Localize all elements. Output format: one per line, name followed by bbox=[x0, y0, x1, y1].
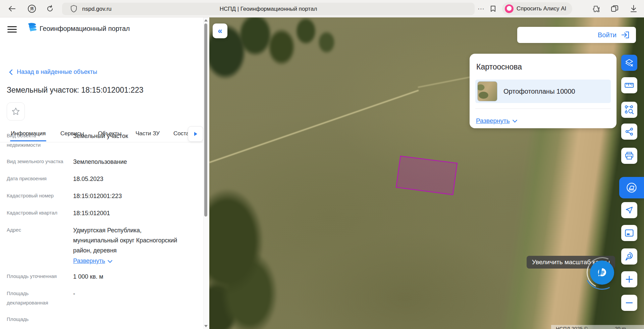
expand-label: Развернуть bbox=[476, 117, 510, 125]
expand-label: Развернуть bbox=[73, 257, 105, 265]
download-icon[interactable] bbox=[628, 3, 639, 14]
more-dots-icon[interactable]: ⋯ bbox=[476, 3, 487, 14]
ruler-icon bbox=[625, 82, 634, 88]
address-bar[interactable]: nspd.gov.ru НСПД | Геоинформационный пор… bbox=[62, 3, 475, 15]
field-value: 1 000 кв. м bbox=[73, 272, 180, 282]
field-row: Площадь уточненная 1 000 кв. м bbox=[7, 272, 195, 282]
favorite-star-button[interactable] bbox=[7, 102, 25, 121]
ask-alice-button[interactable]: Спросить Алису AI bbox=[502, 2, 572, 15]
field-label: Вид земельного участка bbox=[7, 157, 66, 167]
assistant-chat-fab[interactable] bbox=[590, 261, 614, 285]
zoom-out-button[interactable] bbox=[621, 295, 637, 311]
field-row: Дата присвоения 18.05.2023 bbox=[7, 174, 195, 184]
field-label: Площадь декларированная bbox=[7, 289, 66, 308]
field-value bbox=[73, 315, 180, 324]
basemap-title: Картооснова bbox=[476, 62, 522, 72]
field-label: Вид объекта недвижимости bbox=[7, 131, 66, 150]
zoom-in-button[interactable] bbox=[621, 271, 637, 287]
toolbar-share-button[interactable] bbox=[621, 124, 637, 140]
object-title: Земельный участок: 18:15:012001:223 bbox=[7, 86, 144, 95]
back-to-results-link[interactable]: Назад в найденные объекты bbox=[9, 68, 97, 76]
login-label: Войти bbox=[598, 31, 616, 39]
map-search-icon bbox=[625, 252, 634, 261]
scrollbar-thumb[interactable] bbox=[204, 23, 207, 217]
field-row-clipped: Площадь bbox=[7, 315, 195, 324]
browser-chrome: Я nspd.gov.ru НСПД | Геоинформационный п… bbox=[0, 0, 644, 17]
field-label: Площадь уточненная bbox=[7, 272, 66, 282]
field-value: Земельный участок bbox=[73, 131, 180, 150]
alice-label: Спросить Алису AI bbox=[517, 5, 566, 12]
yandex-browser-icon[interactable]: Я bbox=[26, 3, 38, 14]
plus-icon bbox=[626, 276, 633, 283]
toolbar-measure-button[interactable] bbox=[621, 77, 637, 93]
field-row-address: Адрес Удмуртская Республика, муниципальн… bbox=[7, 225, 195, 265]
chevron-left-icon bbox=[9, 69, 13, 75]
scale-bar: 20 m bbox=[615, 326, 626, 329]
share-icon bbox=[625, 128, 633, 136]
object-attributes: Вид объекта недвижимости Земельный участ… bbox=[7, 131, 195, 329]
field-label: Дата присвоения bbox=[7, 174, 66, 184]
field-row: Вид объекта недвижимости Земельный участ… bbox=[7, 131, 195, 150]
star-icon bbox=[11, 107, 20, 116]
field-row: Площадь декларированная - bbox=[7, 289, 195, 308]
browser-back-icon[interactable] bbox=[6, 3, 17, 14]
field-label: Адрес bbox=[7, 225, 66, 265]
map-canvas[interactable]: « Войти Картооснова Ортофотопланы 10000 … bbox=[209, 17, 644, 329]
sidebar-scrollbar[interactable] bbox=[203, 17, 208, 329]
field-value: 18:15:012001:223 bbox=[73, 191, 180, 201]
field-row: Кадастровый квартал 18:15:012001 bbox=[7, 208, 195, 218]
map-attribution: НСПД 2025 © 20 m bbox=[551, 325, 644, 329]
chat-bubble-icon bbox=[596, 266, 608, 279]
login-icon bbox=[621, 31, 630, 39]
scale-label: 20 m bbox=[615, 326, 626, 329]
refresh-icon[interactable] bbox=[44, 3, 56, 14]
scroll-down-icon[interactable] bbox=[204, 325, 208, 327]
page-tab-title: НСПД | Геоинформационный портал bbox=[62, 3, 475, 15]
login-bar[interactable]: Войти bbox=[517, 27, 636, 43]
field-value: 18:15:012001 bbox=[73, 208, 180, 218]
print-icon bbox=[625, 152, 634, 160]
basemap-layer-row[interactable]: Ортофотопланы 10000 bbox=[475, 80, 611, 103]
window-panel-icon bbox=[625, 229, 634, 237]
object-search-icon bbox=[625, 105, 634, 114]
field-label: Кадастровый номер bbox=[7, 191, 66, 201]
field-label: Площадь bbox=[7, 315, 66, 324]
layers-off-icon bbox=[625, 58, 634, 67]
alice-icon bbox=[505, 4, 514, 13]
yandex-logo-icon: Я bbox=[28, 5, 36, 13]
attribution-text: НСПД 2025 © bbox=[556, 326, 588, 329]
portal-title: Геоинформационный портал bbox=[40, 25, 130, 33]
field-row: Кадастровый номер 18:15:012001:223 bbox=[7, 191, 195, 201]
field-label: Кадастровый квартал bbox=[7, 208, 66, 218]
collapse-glyph: « bbox=[218, 26, 222, 36]
field-value: Удмуртская Республика, муниципальный окр… bbox=[73, 225, 180, 255]
toolbar-map-search-button[interactable] bbox=[621, 248, 637, 265]
back-link-label: Назад в найденные объекты bbox=[17, 68, 97, 76]
toolbar-navigate-button[interactable] bbox=[621, 202, 637, 218]
nspd-logo-icon[interactable] bbox=[25, 21, 38, 34]
toolbar-print-button[interactable] bbox=[621, 148, 637, 164]
minus-icon bbox=[626, 302, 633, 304]
basemap-panel: Картооснова Ортофотопланы 10000 Разверну… bbox=[470, 54, 616, 128]
left-panel: Геоинформационный портал Назад в найденн… bbox=[0, 17, 209, 329]
scroll-up-icon[interactable] bbox=[204, 19, 208, 21]
basemap-thumbnail bbox=[477, 81, 497, 101]
menu-burger-icon[interactable] bbox=[7, 26, 17, 33]
toolbar-draw-area-button[interactable] bbox=[619, 177, 644, 198]
field-value: 18.05.2023 bbox=[73, 174, 180, 184]
navigation-arrow-icon bbox=[625, 206, 633, 214]
draw-area-icon bbox=[626, 182, 637, 193]
collapse-sidebar-button[interactable]: « bbox=[213, 23, 227, 38]
extensions-puzzle-icon[interactable] bbox=[591, 3, 602, 14]
divider bbox=[475, 108, 611, 109]
toolbar-layers-off-button[interactable] bbox=[621, 55, 637, 71]
bookmark-icon[interactable] bbox=[487, 3, 499, 14]
toolbar-object-search-button[interactable] bbox=[621, 102, 637, 118]
basemap-expand-link[interactable]: Развернуть bbox=[476, 117, 517, 125]
toolbar-window-panel-button[interactable] bbox=[621, 225, 637, 241]
chevron-down-icon bbox=[108, 258, 112, 263]
field-value: Землепользование bbox=[73, 157, 180, 167]
address-expand-link[interactable]: Развернуть bbox=[73, 257, 112, 265]
field-row: Вид земельного участка Землепользование bbox=[7, 157, 195, 167]
panels-icon[interactable] bbox=[609, 3, 621, 14]
